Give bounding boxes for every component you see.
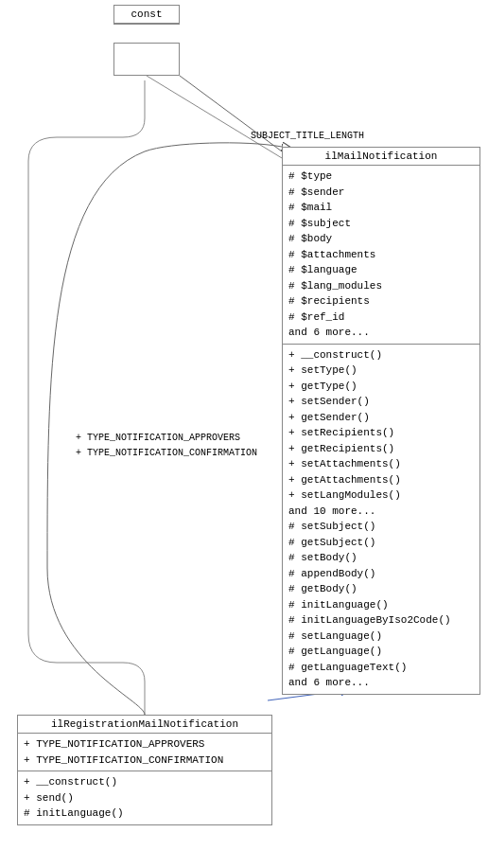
mail-method-line: and 10 more...: [288, 504, 474, 520]
reg-methods-section: + __construct()+ send()# initLanguage(): [18, 771, 271, 824]
reg-method-line: + __construct(): [24, 774, 266, 790]
mail-property-line: # $sender: [288, 185, 474, 201]
mail-method-line: # getLanguageText(): [288, 660, 474, 676]
reg-method-line: + send(): [24, 790, 266, 806]
const-inner-box: [113, 43, 180, 76]
mail-property-line: # $ref_id: [288, 310, 474, 326]
mail-method-line: + __construct(): [288, 347, 474, 363]
mail-property-line: # $type: [288, 168, 474, 185]
reg-properties-section: + TYPE_NOTIFICATION_APPROVERS+ TYPE_NOTI…: [18, 734, 271, 771]
mail-property-line: # $subject: [288, 216, 474, 232]
mail-property-line: # $recipients: [288, 293, 474, 310]
reg-property-line: + TYPE_NOTIFICATION_CONFIRMATION: [24, 753, 266, 769]
mail-method-line: # getBody(): [288, 581, 474, 597]
mail-property-line: and 6 more...: [288, 325, 474, 341]
mail-method-line: + setRecipients(): [288, 425, 474, 441]
mail-property-line: # $language: [288, 262, 474, 278]
type-notification-label: + TYPE_NOTIFICATION_APPROVERS + TYPE_NOT…: [76, 431, 257, 461]
type-approvers-label: + TYPE_NOTIFICATION_APPROVERS: [76, 431, 257, 446]
mail-method-line: # setSubject(): [288, 519, 474, 535]
mail-methods-section: + __construct()+ setType()+ getType()+ s…: [283, 345, 479, 694]
mail-method-line: # getSubject(): [288, 535, 474, 551]
mail-properties-section: # $type# $sender# $mail# $subject# $body…: [283, 166, 479, 345]
svg-line-0: [147, 76, 287, 161]
mail-method-line: + getAttachments(): [288, 472, 474, 488]
mail-property-line: # $body: [288, 231, 474, 247]
diagram-container: const SUBJECT_TITLE_LENGTH + TYPE_NOTIFI…: [0, 0, 488, 868]
mail-method-line: + setAttachments(): [288, 456, 474, 472]
mail-method-line: # initLanguage(): [288, 597, 474, 613]
subject-title-length-label: SUBJECT_TITLE_LENGTH: [251, 131, 364, 141]
mail-notification-box: ilMailNotification # $type# $sender# $ma…: [282, 147, 480, 695]
mail-method-line: + setSender(): [288, 394, 474, 410]
mail-method-line: + getRecipients(): [288, 441, 474, 457]
registration-mail-notification-box: ilRegistrationMailNotification + TYPE_NO…: [17, 715, 272, 825]
mail-property-line: # $lang_modules: [288, 278, 474, 294]
mail-notification-header: ilMailNotification: [283, 148, 479, 166]
type-confirmation-label: + TYPE_NOTIFICATION_CONFIRMATION: [76, 446, 257, 461]
mail-method-line: # setBody(): [288, 550, 474, 566]
const-header: const: [114, 6, 179, 24]
mail-method-line: and 6 more...: [288, 675, 474, 691]
mail-property-line: # $mail: [288, 200, 474, 216]
mail-method-line: # getLanguage(): [288, 644, 474, 660]
mail-method-line: + getSender(): [288, 410, 474, 426]
mail-method-line: + setType(): [288, 363, 474, 379]
mail-method-line: # appendBody(): [288, 566, 474, 582]
reg-property-line: + TYPE_NOTIFICATION_APPROVERS: [24, 736, 266, 753]
mail-method-line: + setLangModules(): [288, 487, 474, 504]
const-box: const: [113, 5, 180, 25]
reg-method-line: # initLanguage(): [24, 806, 266, 822]
mail-property-line: # $attachments: [288, 247, 474, 263]
reg-notification-header: ilRegistrationMailNotification: [18, 716, 271, 734]
mail-method-line: + getType(): [288, 379, 474, 395]
mail-method-line: # initLanguageByIso2Code(): [288, 612, 474, 629]
mail-method-line: # setLanguage(): [288, 629, 474, 645]
